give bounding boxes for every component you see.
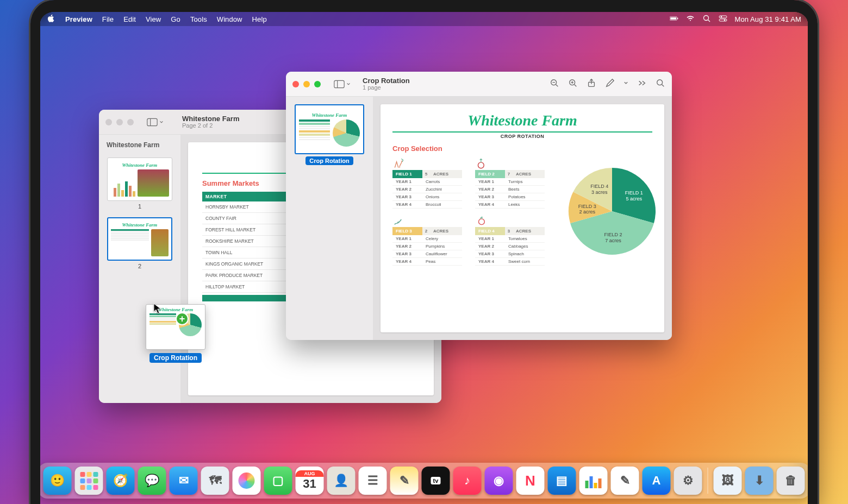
dock-preview[interactable]: 🖼 xyxy=(714,467,742,495)
close-button[interactable] xyxy=(292,81,299,87)
dock-separator xyxy=(708,468,708,494)
crop-icon xyxy=(392,157,462,170)
market-name: ROOKSHIRE MARKET xyxy=(202,236,285,247)
svg-point-21 xyxy=(657,79,663,85)
dock-mail[interactable]: ✉︎ xyxy=(170,467,198,495)
dock-contacts[interactable]: 👤 xyxy=(327,467,356,495)
thumb-label-2: 2 xyxy=(138,263,141,269)
market-name: FOREST HILL MARKET xyxy=(202,224,285,236)
window-title: Crop Rotation xyxy=(363,77,410,85)
svg-line-14 xyxy=(556,84,558,86)
zoom-in-button[interactable] xyxy=(568,78,578,90)
control-center-icon[interactable] xyxy=(719,14,727,24)
pie-slice-label: FIELD 15 acres xyxy=(618,190,650,202)
field-tables: FIELD 15ACRESYEAR 1CarrotsYEAR 2Zucchini… xyxy=(392,157,545,266)
mini-photo xyxy=(138,169,169,197)
svg-rect-11 xyxy=(334,80,344,87)
dock-calendar[interactable]: AUG31 xyxy=(296,467,324,495)
apple-menu-icon[interactable] xyxy=(47,14,55,24)
thumbnail-page-2[interactable]: Whitestone Farm xyxy=(103,215,176,272)
dock-reminders[interactable]: ☰ xyxy=(359,467,387,495)
search-button[interactable] xyxy=(656,78,665,90)
traffic-lights[interactable] xyxy=(105,119,134,125)
section-heading: Crop Selection xyxy=(392,144,652,153)
minimize-button[interactable] xyxy=(303,81,310,87)
field-block: FIELD 43ACRESYEAR 1TomatoesYEAR 2Cabbage… xyxy=(475,214,545,266)
spotlight-icon[interactable] xyxy=(702,14,711,24)
menu-go[interactable]: Go xyxy=(171,15,180,23)
dock-system-preferences[interactable]: ⚙︎ xyxy=(674,467,702,495)
thumbnail-page-1[interactable]: Whitestone Farm 1 xyxy=(103,155,176,212)
dock: 🙂🧭💬✉︎🗺▢AUG31👤☰✎tv♪◉N▤✎A⚙︎🖼⬇︎🗑 xyxy=(38,463,810,499)
markup-dropdown-button[interactable] xyxy=(623,78,628,90)
thumbnail-page-1[interactable]: Whitestone Farm Cr xyxy=(290,102,369,167)
menu-file[interactable]: File xyxy=(102,15,114,23)
minimize-button[interactable] xyxy=(116,119,123,125)
dock-finder[interactable]: 🙂 xyxy=(43,467,72,495)
crop-icon xyxy=(475,214,545,227)
zoom-button[interactable] xyxy=(314,81,321,87)
traffic-lights[interactable] xyxy=(292,81,321,87)
svg-rect-9 xyxy=(147,118,157,125)
titlebar-front[interactable]: Crop Rotation 1 page xyxy=(286,72,672,97)
field-block: FIELD 15ACRESYEAR 1CarrotsYEAR 2Zucchini… xyxy=(392,157,462,209)
market-name: HILLTOP MARKET xyxy=(202,281,285,293)
dock-facetime[interactable]: ▢ xyxy=(264,467,292,495)
field-block: FIELD 32ACRESYEAR 1CeleryYEAR 2PumpkinsY… xyxy=(392,214,462,266)
dock-notes[interactable]: ✎ xyxy=(390,467,419,495)
menu-window[interactable]: Window xyxy=(217,15,242,23)
thumbnail-sidebar: Whitestone Farm Cr xyxy=(286,97,373,340)
market-name: KINGS ORGANIC MARKET xyxy=(202,259,285,270)
crop-icon xyxy=(475,157,545,170)
menu-view[interactable]: View xyxy=(146,15,161,23)
thumb-label: Crop Rotation xyxy=(305,156,353,165)
window-subtitle: Page 2 of 2 xyxy=(182,122,239,129)
menu-edit[interactable]: Edit xyxy=(123,15,136,23)
dock-launchpad[interactable] xyxy=(75,467,103,495)
cursor-arrow-icon xyxy=(153,303,162,316)
sidebar-toggle-button[interactable] xyxy=(331,78,354,91)
dock-keynote[interactable]: ▤ xyxy=(548,467,576,495)
dock-photos[interactable] xyxy=(233,467,261,495)
zoom-out-button[interactable] xyxy=(550,78,559,90)
dock-downloads[interactable]: ⬇︎ xyxy=(745,467,774,495)
zoom-button[interactable] xyxy=(127,119,134,125)
svg-point-3 xyxy=(703,15,708,20)
window-title: Whitestone Farm xyxy=(182,115,239,123)
sidebar-toggle-button[interactable] xyxy=(144,116,167,129)
preview-window-crop-rotation[interactable]: Crop Rotation 1 page Whit xyxy=(286,72,672,340)
overflow-button[interactable] xyxy=(637,78,647,90)
svg-point-8 xyxy=(724,19,725,21)
dock-pages[interactable]: ✎ xyxy=(611,467,639,495)
page-canvas-front[interactable]: Whitestone Farm CROP ROTATION Crop Selec… xyxy=(373,97,672,340)
window-subtitle: 1 page xyxy=(363,84,410,91)
wifi-icon[interactable] xyxy=(686,14,695,24)
laptop-frame: Preview File Edit View Go Tools Window H… xyxy=(30,0,818,504)
doc-subtitle: CROP ROTATION xyxy=(392,134,652,139)
dock-music[interactable]: ♪ xyxy=(453,467,482,495)
dock-messages[interactable]: 💬 xyxy=(138,467,166,495)
svg-rect-7 xyxy=(719,19,727,21)
dock-safari[interactable]: 🧭 xyxy=(107,467,135,495)
menubar-clock[interactable]: Mon Aug 31 9:41 AM xyxy=(735,15,802,23)
menu-tools[interactable]: Tools xyxy=(190,15,207,23)
pie-slice-label: FIELD 43 acres xyxy=(583,184,616,196)
dock-trash[interactable]: 🗑 xyxy=(777,467,805,495)
app-name[interactable]: Preview xyxy=(65,15,92,23)
dock-maps[interactable]: 🗺 xyxy=(201,467,229,495)
dock-tv[interactable]: tv xyxy=(422,467,450,495)
share-button[interactable] xyxy=(587,78,596,90)
pie-slice-label: FIELD 27 acres xyxy=(597,232,629,244)
dock-app-store[interactable]: A xyxy=(643,467,671,495)
battery-icon[interactable] xyxy=(670,14,678,24)
close-button[interactable] xyxy=(105,119,112,125)
svg-line-17 xyxy=(575,84,577,86)
market-name: TOWN HALL xyxy=(202,247,285,259)
markup-button[interactable] xyxy=(605,78,615,90)
menu-help[interactable]: Help xyxy=(252,15,267,23)
dock-news[interactable]: N xyxy=(516,467,545,495)
dock-podcasts[interactable]: ◉ xyxy=(485,467,513,495)
acreage-pie-chart: FIELD 15 acresFIELD 27 acresFIELD 32 acr… xyxy=(558,157,664,266)
dock-numbers[interactable] xyxy=(579,467,608,495)
svg-rect-2 xyxy=(677,17,678,19)
